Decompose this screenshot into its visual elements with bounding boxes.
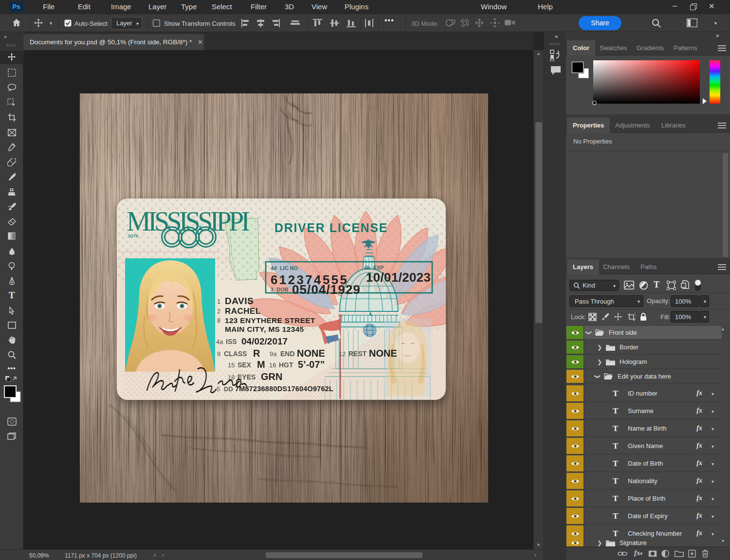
svg-text:REST: REST xyxy=(348,350,367,358)
svg-text:05/04/1929: 05/04/1929 xyxy=(292,282,360,297)
svg-text:DRIVER LICENSE: DRIVER LICENSE xyxy=(274,221,387,235)
svg-text:15: 15 xyxy=(228,361,235,369)
svg-text:5’-07”: 5’-07” xyxy=(298,359,325,370)
svg-text:9: 9 xyxy=(217,350,220,358)
svg-text:JO70: JO70 xyxy=(128,234,138,238)
svg-text:GRN: GRN xyxy=(261,371,282,382)
svg-text:4d LIC NO: 4d LIC NO xyxy=(271,265,298,271)
svg-text:123 ENYTHERE STREET: 123 ENYTHERE STREET xyxy=(225,316,315,325)
svg-text:NONE: NONE xyxy=(369,348,397,359)
svg-text:ISS: ISS xyxy=(226,338,237,345)
svg-text:5: 5 xyxy=(217,385,220,393)
svg-text:10/01/2023: 10/01/2023 xyxy=(366,270,431,285)
svg-text:DD: DD xyxy=(224,385,233,393)
svg-text:RACHEL: RACHEL xyxy=(225,307,261,316)
svg-text:CLASS: CLASS xyxy=(224,350,247,358)
svg-text:NONE: NONE xyxy=(297,348,325,359)
svg-text:04/02/2017: 04/02/2017 xyxy=(241,336,288,346)
svg-text:12: 12 xyxy=(339,350,346,358)
svg-text:HGT: HGT xyxy=(279,361,293,369)
svg-text:3 DOB: 3 DOB xyxy=(271,287,289,292)
svg-text:SEX: SEX xyxy=(237,361,252,369)
svg-text:8: 8 xyxy=(217,317,220,324)
svg-text:16: 16 xyxy=(269,361,276,369)
svg-text:R: R xyxy=(253,348,260,359)
svg-text:2: 2 xyxy=(217,307,220,315)
svg-text:DAVIS: DAVIS xyxy=(225,296,254,306)
svg-text:M: M xyxy=(257,359,265,370)
svg-text:MAIN CITY, MS 12345: MAIN CITY, MS 12345 xyxy=(225,325,304,333)
svg-text:MISSISSIPPI: MISSISSIPPI xyxy=(127,206,249,236)
svg-text:7M87236880DS17604O9762L: 7M87236880DS17604O9762L xyxy=(235,385,333,393)
svg-text:END: END xyxy=(280,350,295,358)
svg-text:9a: 9a xyxy=(270,350,277,358)
svg-text:1: 1 xyxy=(217,298,220,305)
svg-text:4a: 4a xyxy=(216,338,223,345)
